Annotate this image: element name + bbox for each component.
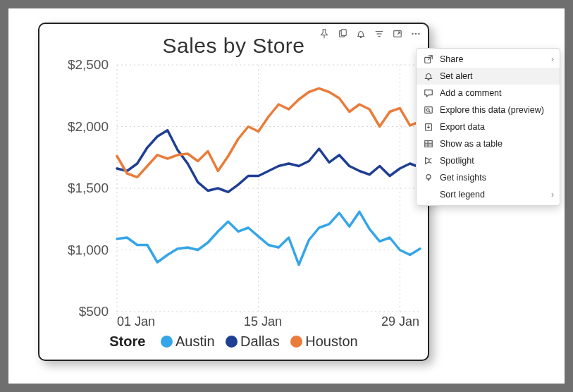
legend-marker-austin — [161, 336, 173, 348]
chart-card: Sales by Store $2,500 $2,000 $1,500 $1,0… — [38, 23, 429, 361]
legend-label: Austin — [175, 333, 215, 349]
svg-line-31 — [429, 159, 432, 160]
menu-item-label: Show as a table — [440, 139, 503, 149]
bulb-icon — [422, 173, 435, 183]
legend-marker-dallas — [226, 336, 238, 348]
y-axis-labels: $2,500 $2,000 $1,500 $1,000 $500 — [39, 65, 116, 312]
y-tick: $1,000 — [68, 243, 109, 258]
table-icon — [422, 139, 435, 149]
menu-item-label: Export data — [440, 122, 485, 132]
x-tick: 29 Jan — [381, 314, 419, 329]
menu-item-label: Share — [440, 54, 463, 64]
y-tick: $500 — [79, 304, 109, 319]
menu-item-label: Spotlight — [440, 156, 474, 166]
legend-label: Houston — [305, 333, 358, 349]
plot-area — [117, 65, 420, 312]
menu-item-get-insights[interactable]: Get insights — [417, 169, 560, 186]
y-tick: $2,500 — [68, 57, 109, 73]
x-tick: 15 Jan — [244, 314, 282, 329]
svg-line-25 — [429, 111, 430, 112]
bell-icon — [422, 71, 435, 81]
explore-icon — [422, 105, 435, 115]
menu-item-show-as-a-table[interactable]: Show as a table — [417, 135, 560, 152]
share-icon — [422, 54, 435, 64]
comment-icon — [422, 88, 435, 98]
y-tick: $2,000 — [68, 119, 109, 135]
chevron-right-icon: › — [551, 190, 554, 200]
menu-item-set-alert[interactable]: Set alert — [417, 68, 560, 85]
menu-item-share[interactable]: Share› — [417, 51, 560, 68]
legend: Store Austin Dallas Houston — [39, 333, 428, 350]
spotlight-icon — [422, 156, 435, 166]
svg-point-22 — [428, 79, 429, 80]
legend-title: Store — [109, 333, 145, 349]
svg-rect-23 — [425, 107, 433, 114]
svg-rect-27 — [425, 141, 433, 147]
menu-item-spotlight[interactable]: Spotlight — [417, 152, 560, 169]
menu-item-label: Explore this data (preview) — [440, 105, 544, 115]
menu-item-explore-this-data-preview[interactable]: Explore this data (preview) — [417, 102, 560, 118]
svg-line-32 — [429, 162, 432, 164]
export-icon — [422, 122, 435, 132]
chevron-right-icon: › — [551, 54, 554, 64]
context-menu: Share›Set alertAdd a commentExplore this… — [416, 48, 560, 206]
menu-item-label: Set alert — [440, 71, 473, 81]
menu-item-label: Add a comment — [440, 88, 502, 98]
legend-label: Dallas — [240, 333, 280, 349]
svg-point-33 — [426, 175, 431, 179]
menu-item-add-a-comment[interactable]: Add a comment — [417, 85, 560, 102]
y-tick: $1,500 — [68, 180, 109, 196]
menu-item-label: Get insights — [440, 173, 486, 183]
menu-item-label: Sort legend — [440, 190, 485, 200]
menu-item-export-data[interactable]: Export data — [417, 118, 560, 135]
x-axis-labels: 01 Jan 15 Jan 29 Jan — [117, 314, 420, 331]
chart-title: Sales by Store — [39, 34, 428, 58]
menu-item-sort-legend[interactable]: Sort legend› — [417, 186, 560, 203]
legend-marker-houston — [290, 336, 302, 348]
x-tick: 01 Jan — [117, 314, 155, 329]
